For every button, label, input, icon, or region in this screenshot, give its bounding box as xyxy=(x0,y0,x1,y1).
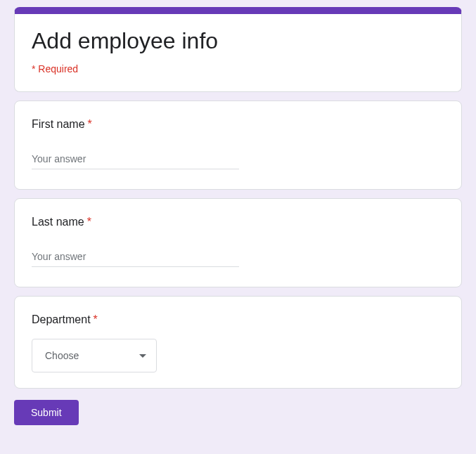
required-asterisk: * xyxy=(88,118,92,131)
required-asterisk: * xyxy=(94,313,98,326)
first-name-input[interactable] xyxy=(32,150,239,169)
first-name-label-row: First name * xyxy=(32,118,444,131)
submit-button[interactable]: Submit xyxy=(14,400,79,425)
last-name-input[interactable] xyxy=(32,248,239,267)
form-header-card: Add employee info * Required xyxy=(14,7,462,92)
required-asterisk: * xyxy=(87,216,91,228)
required-note: * Required xyxy=(32,63,444,74)
last-name-label: Last name xyxy=(32,216,84,228)
department-label: Department xyxy=(32,313,91,326)
question-last-name: Last name * xyxy=(14,198,462,287)
caret-down-icon xyxy=(139,354,146,358)
department-label-row: Department * xyxy=(32,313,444,326)
first-name-label: First name xyxy=(32,118,85,131)
last-name-label-row: Last name * xyxy=(32,216,444,228)
department-dropdown[interactable]: Choose xyxy=(32,339,157,372)
question-department: Department * Choose xyxy=(14,296,462,389)
form-title: Add employee info xyxy=(32,27,444,55)
question-first-name: First name * xyxy=(14,100,462,190)
dropdown-selected-label: Choose xyxy=(45,350,79,361)
